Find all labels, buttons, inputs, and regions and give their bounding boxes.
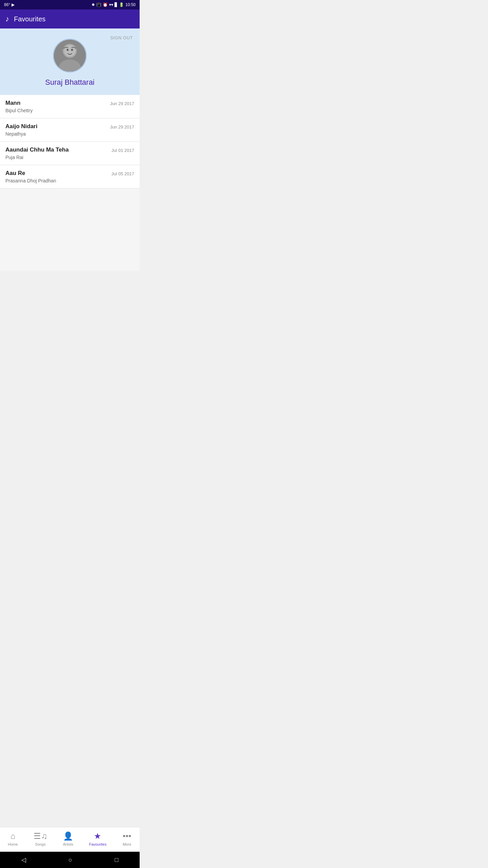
song-item[interactable]: Mann Bipul Chettry Jun 29 2017 (0, 95, 140, 118)
app-header: ♪ Favourites (0, 9, 140, 28)
wifi-icon: ▾▾ (109, 2, 113, 7)
bluetooth-icon: ✹ (92, 2, 95, 7)
song-artist: Nepathya (5, 131, 110, 137)
song-date: Jul 05 2017 (111, 171, 134, 176)
vibrate-icon: 📳 (96, 2, 101, 7)
song-info: Aaundai Chhu Ma Teha Puja Rai (5, 146, 111, 160)
song-info: Mann Bipul Chettry (5, 100, 110, 113)
song-title: Mann (5, 100, 110, 106)
song-item[interactable]: Aau Re Prasanna Dhoj Pradhan Jul 05 2017 (0, 165, 140, 189)
user-name: Suraj Bhattarai (45, 78, 95, 87)
svg-point-3 (64, 45, 76, 57)
song-info: Aau Re Prasanna Dhoj Pradhan (5, 170, 111, 183)
status-right: ✹ 📳 ⏰ ▾▾ ▊ 🔋 10:50 (92, 2, 136, 7)
temperature: 86° (4, 2, 10, 7)
song-artist: Bipul Chettry (5, 108, 110, 113)
song-date: Jun 29 2017 (110, 124, 134, 130)
song-artist: Prasanna Dhoj Pradhan (5, 178, 111, 183)
svg-point-5 (71, 49, 73, 51)
status-left: 86° ▶ (4, 2, 15, 7)
signal-strength-icon: ▊ (115, 2, 118, 7)
sign-out-button[interactable]: SIGN OUT (110, 35, 133, 40)
battery-icon: 🔋 (119, 2, 124, 7)
time: 10:50 (125, 2, 136, 7)
song-artist: Puja Rai (5, 155, 111, 160)
status-bar: 86° ▶ ✹ 📳 ⏰ ▾▾ ▊ 🔋 10:50 (0, 0, 140, 9)
alarm-icon: ⏰ (103, 2, 108, 7)
song-date: Jun 29 2017 (110, 101, 134, 106)
avatar (53, 39, 87, 73)
song-item[interactable]: Aaundai Chhu Ma Teha Puja Rai Jul 01 201… (0, 142, 140, 165)
song-info: Aaijo Nidari Nepathya (5, 123, 110, 137)
profile-section: SIGN OUT Suraj Bhattarai (0, 28, 140, 95)
header-title: Favourites (14, 15, 45, 23)
song-item[interactable]: Aaijo Nidari Nepathya Jun 29 2017 (0, 118, 140, 142)
svg-point-4 (67, 49, 69, 51)
music-icon: ♪ (5, 15, 9, 23)
song-title: Aaijo Nidari (5, 123, 110, 130)
empty-space (0, 189, 140, 271)
song-title: Aaundai Chhu Ma Teha (5, 146, 111, 153)
signal-icon: ▶ (12, 2, 15, 7)
song-title: Aau Re (5, 170, 111, 177)
song-list: Mann Bipul Chettry Jun 29 2017 Aaijo Nid… (0, 95, 140, 189)
song-date: Jul 01 2017 (111, 148, 134, 153)
avatar-image (54, 40, 86, 72)
